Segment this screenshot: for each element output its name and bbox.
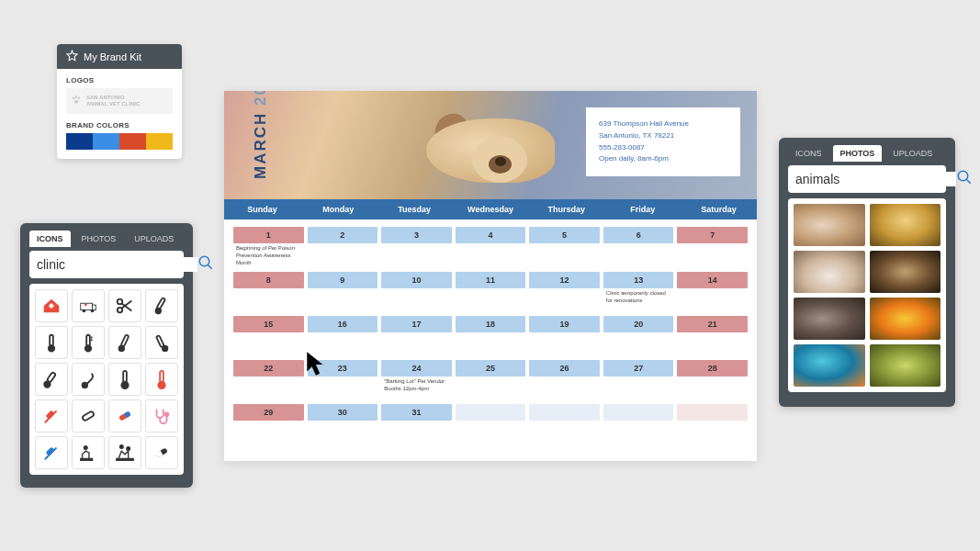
- date-number: 1: [233, 227, 304, 243]
- tab-icons[interactable]: ICONS: [29, 231, 71, 247]
- calendar-cell[interactable]: 16: [306, 314, 380, 358]
- icon-ambulance[interactable]: [72, 289, 105, 322]
- icon-thermometer-1[interactable]: [35, 326, 68, 359]
- icon-massage[interactable]: [72, 436, 105, 469]
- calendar-cell[interactable]: 15: [231, 314, 306, 358]
- date-number: 22: [233, 360, 304, 377]
- calendar-cell[interactable]: 20: [602, 314, 676, 358]
- calendar-cell[interactable]: 26: [527, 358, 602, 402]
- calendar-cell[interactable]: [675, 402, 749, 446]
- icons-search-input[interactable]: [37, 257, 197, 272]
- icon-med-house[interactable]: [35, 289, 68, 322]
- photos-search-input[interactable]: [795, 172, 956, 186]
- calendar-cell[interactable]: 30: [306, 402, 380, 446]
- calendar-cell[interactable]: 27: [602, 358, 676, 402]
- date-number: 23: [308, 360, 378, 377]
- photo-lion-face[interactable]: [870, 251, 941, 293]
- calendar-cell[interactable]: 19: [527, 314, 602, 358]
- calendar-cell[interactable]: 13Clinic temporarily closed for renovati…: [602, 270, 676, 314]
- calendar-cell[interactable]: 3: [379, 225, 454, 270]
- icon-thermometer-bulb[interactable]: [108, 363, 141, 396]
- date-number: 8: [233, 272, 304, 288]
- svg-line-5: [208, 264, 212, 269]
- calendar-cell[interactable]: 24"Barking Lot" Pet Vendor Booths 12pm-4…: [379, 358, 454, 402]
- photo-puppy-dog[interactable]: [794, 251, 865, 293]
- icon-scissors[interactable]: [108, 289, 141, 322]
- calendar-cell[interactable]: 31: [379, 402, 454, 446]
- calendar-cell[interactable]: 8: [231, 270, 306, 314]
- icons-panel: ICONS PHOTOS UPLOADS: [20, 223, 193, 488]
- icon-pill-dark[interactable]: [145, 436, 178, 469]
- calendar-cell[interactable]: 18: [454, 314, 528, 358]
- icon-thermometer-curve[interactable]: [72, 363, 105, 396]
- calendar-cell[interactable]: 25: [454, 358, 528, 402]
- date-number: 13: [603, 272, 674, 288]
- swatch-4[interactable]: [146, 133, 173, 150]
- calendar-cell[interactable]: [602, 402, 676, 446]
- svg-point-8: [83, 309, 86, 313]
- icon-thermometer-diag[interactable]: [145, 289, 178, 322]
- photo-elephant[interactable]: [794, 298, 865, 340]
- calendar-cell[interactable]: 21: [675, 314, 749, 358]
- tab-photos-2[interactable]: PHOTOS: [833, 145, 883, 162]
- calendar-cell[interactable]: 9: [306, 270, 380, 314]
- photo-butterfly[interactable]: [870, 298, 941, 340]
- swatch-2[interactable]: [93, 133, 119, 150]
- calendar-cell[interactable]: [454, 402, 528, 446]
- photo-horse[interactable]: [794, 204, 865, 246]
- calendar-cell[interactable]: 23: [306, 358, 380, 402]
- calendar-cell[interactable]: 29: [231, 402, 306, 446]
- icon-stethoscope[interactable]: [145, 399, 178, 433]
- icon-pill[interactable]: [72, 399, 105, 433]
- icon-thermometer-hot[interactable]: [145, 363, 178, 396]
- photo-roaring-lion[interactable]: [870, 204, 941, 246]
- calendar-cell[interactable]: 12: [527, 270, 602, 314]
- tab-photos[interactable]: PHOTOS: [74, 231, 124, 247]
- star-icon: [66, 50, 78, 63]
- calendar-event[interactable]: Clinic temporarily closed for renovation…: [603, 288, 674, 307]
- tab-icons-2[interactable]: ICONS: [788, 145, 829, 162]
- icon-therapy[interactable]: [108, 436, 141, 469]
- calendar-event[interactable]: Beginning of Pet Poison Prevention Aware…: [233, 243, 304, 268]
- calendar-hero-image[interactable]: MARCH 2025 639 Thompson Hall Avenue San …: [224, 91, 757, 199]
- calendar-cell[interactable]: 2: [306, 225, 380, 270]
- calendar-cell[interactable]: 5: [527, 225, 602, 270]
- icon-syringe-alt[interactable]: [35, 436, 68, 469]
- swatch-1[interactable]: [66, 133, 93, 150]
- search-icon[interactable]: [956, 169, 973, 189]
- icon-thermometer-2[interactable]: [72, 326, 105, 359]
- svg-rect-22: [121, 334, 130, 346]
- svg-point-23: [119, 346, 125, 352]
- calendar-cell[interactable]: 11: [454, 270, 528, 314]
- calendar-cell[interactable]: 7: [675, 225, 749, 270]
- calendar-cell[interactable]: 1Beginning of Pet Poison Prevention Awar…: [231, 225, 306, 270]
- brand-logo[interactable]: SAN ANTONIOANIMAL VET CLINIC: [66, 88, 173, 114]
- swatch-3[interactable]: [119, 133, 146, 150]
- svg-rect-16: [50, 335, 53, 346]
- photo-grass-animal[interactable]: [870, 344, 941, 387]
- calendar-cell[interactable]: 10: [379, 270, 454, 314]
- svg-rect-18: [86, 335, 90, 346]
- calendar-cell[interactable]: 4: [454, 225, 528, 270]
- calendar-event[interactable]: "Barking Lot" Pet Vendor Booths 12pm-4pm: [381, 377, 452, 395]
- svg-point-43: [84, 446, 87, 450]
- calendar-cell[interactable]: 22: [231, 358, 306, 402]
- photo-kingfisher[interactable]: [794, 344, 865, 387]
- icon-thermometer-round[interactable]: [35, 363, 68, 396]
- date-number: [677, 404, 748, 421]
- icon-syringe[interactable]: [35, 399, 68, 433]
- tab-uploads-2[interactable]: UPLOADS: [885, 145, 940, 162]
- icon-capsule[interactable]: [108, 399, 141, 433]
- calendar-cell[interactable]: 28: [675, 358, 749, 402]
- search-icon[interactable]: [197, 254, 214, 275]
- calendar-cell[interactable]: 17: [379, 314, 454, 358]
- calendar-cell[interactable]: 6: [602, 225, 676, 270]
- calendar-cell[interactable]: 14: [675, 270, 749, 314]
- day-header: Sunday: [224, 199, 300, 219]
- icon-thermometer-3[interactable]: [108, 326, 141, 359]
- date-number: 26: [529, 360, 600, 377]
- icon-thermometer-alt[interactable]: [145, 326, 178, 359]
- calendar-cell[interactable]: [527, 402, 602, 446]
- tab-uploads[interactable]: UPLOADS: [127, 231, 181, 247]
- address-card[interactable]: 639 Thompson Hall Avenue San Antonio, TX…: [586, 107, 740, 176]
